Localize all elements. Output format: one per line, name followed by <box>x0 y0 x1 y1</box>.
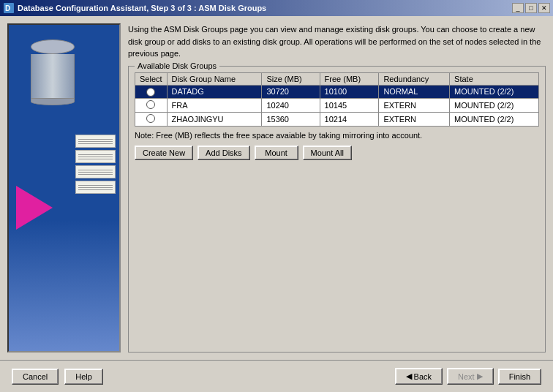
table-cell: DATADG <box>167 85 262 98</box>
table-cell: 30720 <box>262 85 320 98</box>
col-name: Disk Group Name <box>167 72 262 85</box>
finish-button[interactable]: Finish <box>498 369 541 385</box>
next-arrow-icon: ▶ <box>477 372 483 381</box>
add-disks-button[interactable]: Add Disks <box>198 146 250 160</box>
app-icon: D <box>3 2 15 14</box>
table-cell: 10100 <box>320 85 379 98</box>
radio-cell[interactable] <box>135 98 168 112</box>
col-redundancy: Redundancy <box>379 72 450 85</box>
mount-button[interactable]: Mount <box>255 146 298 160</box>
table-cell: MOUNTED (2/2) <box>450 112 539 126</box>
disk-groups-table: Select Disk Group Name Size (MB) Free (M… <box>135 72 539 127</box>
close-button[interactable]: ✕ <box>538 3 550 13</box>
bottom-bar: Cancel Help ◀ Back Next ▶ Finish <box>0 360 553 392</box>
table-cell: MOUNTED (2/2) <box>450 98 539 112</box>
description-text: Using the ASM Disk Groups page you can v… <box>128 23 546 60</box>
col-size: Size (MB) <box>262 72 320 85</box>
col-select: Select <box>135 72 168 85</box>
table-cell: FRA <box>167 98 262 112</box>
note-text: Note: Free (MB) reflects the free space … <box>135 131 539 140</box>
window-body: Using the ASM Disk Groups page you can v… <box>0 16 553 392</box>
arrow-graphic <box>16 186 53 230</box>
help-button[interactable]: Help <box>64 369 103 385</box>
table-row[interactable]: ZHAOJINGYU1536010214EXTERNMOUNTED (2/2) <box>135 112 539 126</box>
radio-button[interactable] <box>146 100 155 109</box>
radio-button[interactable] <box>146 88 155 97</box>
table-cell: ZHAOJINGYU <box>167 112 262 126</box>
svg-text:D: D <box>5 4 10 12</box>
mount-all-button[interactable]: Mount All <box>303 146 352 160</box>
table-cell: 10145 <box>320 98 379 112</box>
radio-cell[interactable] <box>135 112 168 126</box>
table-row[interactable]: FRA1024010145EXTERNMOUNTED (2/2) <box>135 98 539 112</box>
table-cell: 15360 <box>262 112 320 126</box>
group-box-legend: Available Disk Groups <box>135 61 219 70</box>
col-free: Free (MB) <box>320 72 379 85</box>
table-cell: MOUNTED (2/2) <box>450 85 539 98</box>
table-cell: NORMAL <box>379 85 450 98</box>
maximize-button[interactable]: □ <box>525 3 537 13</box>
back-arrow-icon: ◀ <box>406 372 412 381</box>
papers-graphic <box>75 135 116 194</box>
title-bar: D Database Configuration Assistant, Step… <box>0 0 553 16</box>
table-cell: EXTERN <box>379 112 450 126</box>
group-buttons: Create New Add Disks Mount Mount All <box>135 146 539 160</box>
left-panel <box>7 23 121 353</box>
title-bar-text: Database Configuration Assistant, Step 3… <box>18 4 266 12</box>
table-cell: 10240 <box>262 98 320 112</box>
cylinder-graphic <box>31 39 75 98</box>
next-button[interactable]: Next ▶ <box>447 368 494 385</box>
table-cell: EXTERN <box>379 98 450 112</box>
radio-button[interactable] <box>146 114 155 123</box>
back-button[interactable]: ◀ Back <box>395 368 443 385</box>
right-content: Using the ASM Disk Groups page you can v… <box>128 23 546 353</box>
available-disk-groups-panel: Available Disk Groups Select Disk Group … <box>128 66 546 353</box>
minimize-button[interactable]: _ <box>512 3 524 13</box>
table-cell: 10214 <box>320 112 379 126</box>
table-row[interactable]: DATADG3072010100NORMALMOUNTED (2/2) <box>135 85 539 98</box>
col-state: State <box>450 72 539 85</box>
cancel-button[interactable]: Cancel <box>12 369 59 385</box>
create-new-button[interactable]: Create New <box>135 146 193 160</box>
radio-cell[interactable] <box>135 85 168 98</box>
